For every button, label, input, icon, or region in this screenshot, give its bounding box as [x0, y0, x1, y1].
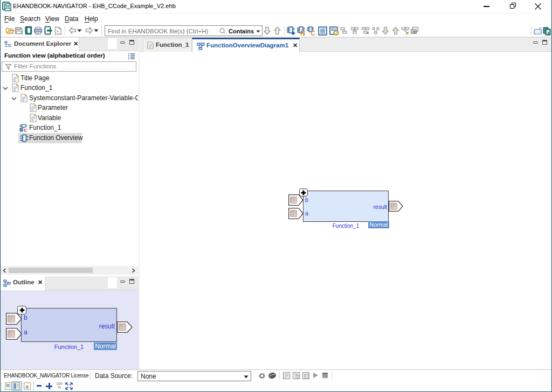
svg-text:N: N [301, 30, 306, 37]
svg-text:C: C [311, 30, 316, 37]
svg-text:c: c [24, 127, 27, 132]
